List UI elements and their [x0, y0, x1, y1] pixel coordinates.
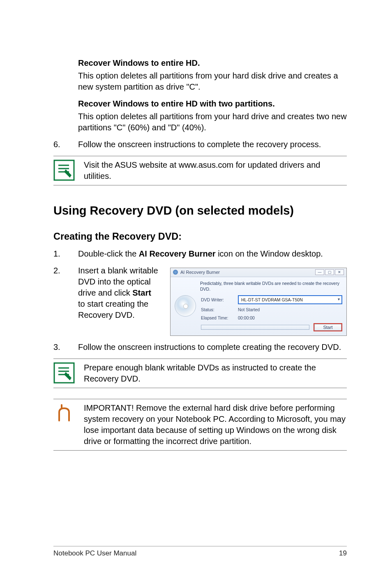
svg-rect-1: [54, 363, 74, 383]
note-drivers-text: Visit the ASUS website at www.asus.com f…: [84, 160, 347, 182]
maximize-button[interactable]: ▢: [325, 269, 334, 275]
note-icon: [53, 362, 75, 384]
divider: [53, 388, 347, 388]
note-drivers: Visit the ASUS website at www.asus.com f…: [53, 160, 347, 182]
elapsed-time-label: Elapsed Time:: [201, 315, 238, 321]
dvd-writer-label: DVD Writer:: [201, 297, 238, 303]
app-icon: [173, 270, 178, 275]
dvd-writer-select[interactable]: HL-DT-ST DVDRAM GSA-T50N: [238, 295, 342, 304]
dialog-titlebar: AI Recovery Burner — ▢ ✕: [171, 268, 346, 277]
divider: [53, 450, 347, 451]
important-icon: [53, 403, 75, 424]
step-1-suffix: icon on the Window desktop.: [216, 249, 323, 258]
footer-title: Notebook PC User Manual: [53, 549, 136, 558]
important-text: IMPORTANT! Remove the external hard disk…: [84, 403, 347, 447]
step-6: 6. Follow the onscreen instructions to c…: [53, 139, 347, 150]
step-2-text: Insert a blank writable DVD into the opt…: [78, 265, 160, 321]
option-entire-hd-desc: This option deletes all partitions from …: [78, 70, 347, 93]
step-2-bold: Start: [132, 288, 151, 297]
step-3: 3. Follow the onscreen instructions to c…: [53, 342, 347, 353]
step-3-number: 3.: [53, 342, 78, 353]
option-entire-hd-title: Recover Windows to entire HD.: [78, 58, 347, 69]
option-entire-hd-two-title: Recover Windows to entire HD with two pa…: [78, 98, 347, 109]
step-2-suffix: to start creating the Recovery DVD.: [78, 299, 148, 319]
step-6-text: Follow the onscreen instructions to comp…: [78, 139, 347, 150]
note-icon: [53, 160, 75, 181]
note-blank-dvds: Prepare enough blank writable DVDs as in…: [53, 362, 347, 384]
close-button[interactable]: ✕: [335, 269, 344, 275]
step-1-number: 1.: [53, 248, 78, 259]
step-2: 2. Insert a blank writable DVD into the …: [53, 265, 347, 336]
page-footer: Notebook PC User Manual 19: [53, 546, 347, 558]
minimize-button[interactable]: —: [315, 269, 324, 275]
important-note: IMPORTANT! Remove the external hard disk…: [53, 403, 347, 447]
page-number: 19: [339, 549, 347, 558]
start-button[interactable]: Start: [314, 323, 342, 331]
dialog-title: AI Recovery Burner: [180, 269, 220, 275]
divider: [53, 156, 347, 156]
divider: [53, 399, 347, 399]
step-2-number: 2.: [53, 265, 78, 336]
status-value: Not Started: [238, 307, 342, 312]
option-entire-hd-two-desc: This option deletes all partitions from …: [78, 111, 347, 133]
step-1-bold: AI Recovery Burner: [139, 249, 216, 258]
ai-recovery-burner-dialog: AI Recovery Burner — ▢ ✕ Predictably, th…: [170, 268, 347, 336]
svg-rect-0: [54, 160, 74, 180]
status-label: Status:: [201, 307, 238, 312]
dialog-message: Predictably, three blank writable DVDs a…: [200, 280, 342, 292]
step-6-number: 6.: [53, 139, 78, 150]
step-1-text: Double-click the AI Recovery Burner icon…: [78, 248, 347, 259]
step-1: 1. Double-click the AI Recovery Burner i…: [53, 248, 347, 259]
divider: [53, 359, 347, 359]
step-1-prefix: Double-click the: [78, 249, 139, 258]
elapsed-time-value: 00:00:00: [238, 315, 342, 321]
subsection-heading: Creating the Recovery DVD:: [53, 230, 347, 243]
note-blank-dvds-text: Prepare enough blank writable DVDs as in…: [84, 362, 347, 384]
progress-bar: [201, 325, 309, 330]
divider: [53, 185, 347, 185]
disc-icon: [175, 295, 196, 317]
step-3-text: Follow the onscreen instructions to comp…: [78, 342, 347, 353]
section-heading: Using Recovery DVD (on selected models): [53, 203, 347, 219]
